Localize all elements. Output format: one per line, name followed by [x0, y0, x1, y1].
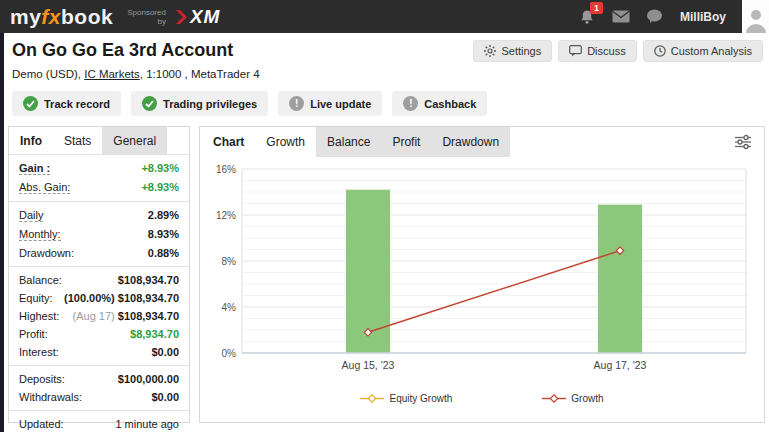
- stat-row-equity: Equity: (100.00%) $108,934.70: [9, 289, 189, 307]
- legend-marker-icon: [360, 394, 384, 403]
- tab-growth[interactable]: Growth: [255, 127, 316, 157]
- logo-fx: fx: [41, 5, 61, 29]
- gain-group: Gain : +8.93% Abs. Gain: +8.93%: [9, 155, 189, 202]
- messages-envelope-icon[interactable]: [612, 8, 630, 26]
- y-axis-tick: 16%: [216, 164, 236, 175]
- tab-general[interactable]: General: [102, 127, 167, 154]
- chart-options-sliders-icon[interactable]: [734, 127, 764, 157]
- y-axis-tick: 8%: [222, 256, 237, 267]
- discuss-button[interactable]: Discuss: [558, 40, 637, 62]
- custom-analysis-button-label: Custom Analysis: [671, 45, 752, 57]
- chart-legend: Equity Growth Growth: [206, 387, 758, 404]
- growth-bar: [598, 205, 642, 353]
- tab-drawdown[interactable]: Drawdown: [431, 127, 510, 157]
- logo-my: my: [10, 5, 41, 29]
- deposits-group: Deposits: $100,000.00 Withdrawals: $0.00: [9, 366, 189, 411]
- speech-bubble-icon: [646, 9, 663, 24]
- exclamation-circle-icon: !: [289, 96, 304, 111]
- badge-track-record[interactable]: Track record: [12, 91, 121, 116]
- badge-cashback[interactable]: ! Cashback: [392, 91, 487, 116]
- chat-bubble-icon[interactable]: [646, 8, 664, 26]
- xm-logo[interactable]: XM: [174, 6, 221, 28]
- custom-analysis-button[interactable]: Custom Analysis: [643, 40, 763, 62]
- stat-row-gain: Gain : +8.93%: [9, 159, 189, 178]
- stat-row-highest: Highest: (Aug 17) $108,934.70: [9, 307, 189, 325]
- badge-label: Live update: [310, 98, 371, 110]
- status-badges: Track record Trading privileges ! Live u…: [4, 82, 769, 124]
- gear-icon: [484, 45, 496, 57]
- tab-chart[interactable]: Chart: [202, 127, 255, 157]
- y-axis-tick: 12%: [216, 210, 236, 221]
- broker-link[interactable]: IC Markets: [84, 68, 140, 80]
- y-axis-tick: 4%: [222, 302, 237, 313]
- tab-profit[interactable]: Profit: [381, 127, 431, 157]
- discuss-button-label: Discuss: [587, 45, 626, 57]
- username-label[interactable]: MilliBoy: [680, 10, 726, 24]
- stat-row-updated: Updated: 1 minute ago: [9, 415, 189, 432]
- stat-row-monthly: Monthly: 8.93%: [9, 225, 189, 244]
- period-group: Daily 2.89% Monthly: 8.93% Drawdown: 0.8…: [9, 202, 189, 267]
- notifications-bell-icon[interactable]: 1: [578, 8, 596, 26]
- growth-chart[interactable]: 0%4%8%12%16%Aug 15, '23Aug 17, '23: [206, 157, 758, 383]
- chart-panel: Chart Growth Balance Profit Drawdown: [199, 126, 765, 423]
- x-axis-label: Aug 17, '23: [594, 359, 647, 371]
- legend-item-growth[interactable]: Growth: [542, 393, 603, 404]
- growth-line: [368, 251, 620, 333]
- badge-label: Track record: [44, 98, 110, 110]
- settings-button[interactable]: Settings: [473, 40, 552, 62]
- badge-label: Cashback: [424, 98, 476, 110]
- myfxbook-logo[interactable]: myfxbook: [10, 5, 113, 29]
- stat-row-balance: Balance: $108,934.70: [9, 271, 189, 289]
- exclamation-circle-icon: !: [403, 96, 418, 111]
- stat-row-withdrawals: Withdrawals: $0.00: [9, 388, 189, 406]
- badge-trading-privileges[interactable]: Trading privileges: [131, 91, 268, 116]
- tab-balance[interactable]: Balance: [316, 127, 381, 157]
- badge-live-update[interactable]: ! Live update: [278, 91, 382, 116]
- y-axis-tick: 0%: [222, 348, 237, 359]
- page: myfxbook Sponsored by XM 1: [0, 0, 769, 432]
- notification-count-badge: 1: [590, 2, 603, 14]
- logo-book: book: [61, 5, 113, 29]
- balance-group: Balance: $108,934.70 Equity: (100.00%) $…: [9, 267, 189, 366]
- stat-row-profit: Profit: $8,934.70: [9, 325, 189, 343]
- discuss-bubble-icon: [569, 45, 582, 57]
- tab-info[interactable]: Info: [9, 127, 53, 154]
- top-navbar: myfxbook Sponsored by XM 1: [0, 0, 769, 33]
- envelope-icon: [612, 10, 630, 23]
- xm-arrow-icon: [174, 8, 190, 26]
- account-subtitle: Demo (USD), IC Markets, 1:1000 , MetaTra…: [4, 62, 769, 82]
- user-avatar[interactable]: [742, 0, 769, 33]
- stat-row-daily: Daily 2.89%: [9, 206, 189, 225]
- stat-row-interest: Interest: $0.00: [9, 343, 189, 361]
- check-circle-icon: [142, 96, 157, 111]
- left-edge-strip: [0, 33, 4, 432]
- page-title: On Go Go Ea 3rd Account: [12, 40, 233, 61]
- avatar-silhouette-icon: [745, 7, 767, 33]
- legend-label: Equity Growth: [389, 393, 452, 404]
- badge-label: Trading privileges: [163, 98, 257, 110]
- legend-label: Growth: [571, 393, 603, 404]
- sponsored-by-label: Sponsored by: [127, 8, 166, 26]
- stat-row-abs-gain: Abs. Gain: +8.93%: [9, 178, 189, 197]
- account-info-panel: Info Stats General Gain : +8.93% Abs. Ga…: [8, 126, 190, 423]
- updated-group: Updated: 1 minute ago Tracking 0: [9, 411, 189, 432]
- x-axis-label: Aug 15, '23: [342, 359, 395, 371]
- settings-button-label: Settings: [501, 45, 541, 57]
- legend-marker-icon: [542, 394, 566, 403]
- stat-row-drawdown: Drawdown: 0.88%: [9, 244, 189, 262]
- check-circle-icon: [23, 96, 38, 111]
- tab-stats[interactable]: Stats: [53, 127, 102, 154]
- clock-icon: [654, 45, 666, 57]
- stat-row-deposits: Deposits: $100,000.00: [9, 370, 189, 388]
- legend-item-equity-growth[interactable]: Equity Growth: [360, 393, 452, 404]
